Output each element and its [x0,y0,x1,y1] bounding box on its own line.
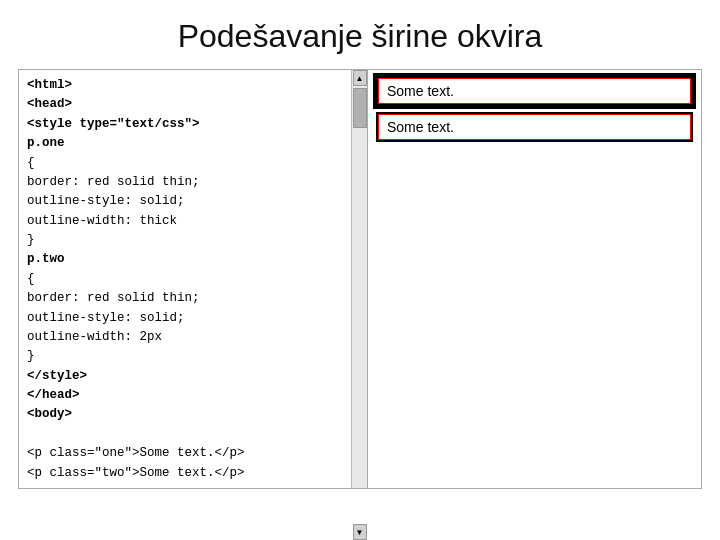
demo-box-two-text: Some text. [387,119,454,135]
up-arrow-icon: ▲ [356,74,364,83]
code-panel: <html> <head> <style type="text/css"> p.… [18,69,368,489]
scrollbar-track: ▲ ▼ [351,70,367,488]
code-editor[interactable]: <html> <head> <style type="text/css"> p.… [19,70,351,488]
preview-panel: Some text. Some text. [368,69,702,489]
demo-box-two: Some text. [378,114,691,140]
page-title: Podešavanje širine okvira [0,0,720,69]
scrollbar-up-button[interactable]: ▲ [353,70,367,86]
main-content: <html> <head> <style type="text/css"> p.… [18,69,702,489]
demo-box-one-text: Some text. [387,83,454,99]
scrollbar-thumb[interactable] [353,88,367,128]
demo-box-one: Some text. [378,78,691,104]
